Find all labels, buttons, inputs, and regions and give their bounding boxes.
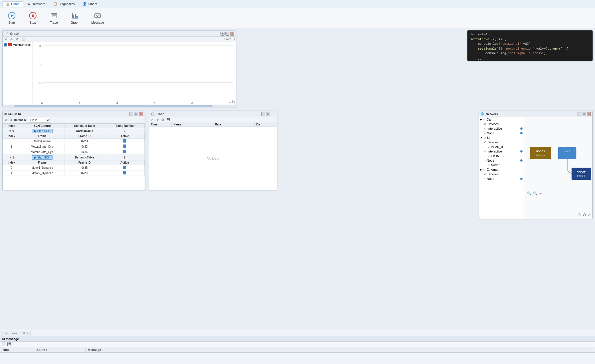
trace-toolbar: ▷ ⊙ ⊟ 💾: [149, 117, 277, 122]
trace-play-btn[interactable]: ▷: [150, 118, 154, 121]
expand-arrow-1[interactable]: ▼: [9, 156, 12, 159]
ia-refresh-btn[interactable]: ↺: [9, 118, 13, 122]
tester-detach-btn[interactable]: ⧉: [23, 332, 25, 335]
tree-can-devices[interactable]: ⊙ Devices: [483, 122, 524, 126]
toolbar: Start Stop Trace: [0, 8, 595, 28]
network-icon: 🌐: [481, 112, 484, 115]
tree-ethernet[interactable]: ▶ ⊙ Ethernet: [479, 167, 524, 172]
graph-minimize-btn[interactable]: ─: [220, 32, 224, 36]
tree-ethernet-node[interactable]: ○ Node: [483, 176, 524, 181]
sub-col-frameid-1: Frame ID: [64, 160, 105, 165]
checkbox-active[interactable]: [123, 139, 126, 143]
svg-rect-31: [530, 147, 551, 159]
trace-button[interactable]: Trace: [47, 11, 61, 25]
nav-tab-diagnostics[interactable]: 📋 Diagnostics: [50, 1, 78, 6]
tree-lin-peak0[interactable]: ⊙ PEAK_0: [486, 145, 524, 149]
ia-minimize-btn[interactable]: ─: [129, 112, 133, 116]
svg-text:8: 8: [191, 101, 193, 105]
tester-tab[interactable]: ⊙⊙ Tester... ⧉ ×: [1, 331, 31, 335]
ia-cross-btn[interactable]: ✕: [4, 118, 8, 122]
graph-settings-btn[interactable]: ⊙: [9, 37, 13, 41]
network-panel-controls: ─ □ ×: [577, 112, 591, 116]
msg-save-btn[interactable]: 💾: [7, 342, 11, 346]
zoom-out-btn[interactable]: ⊖: [583, 212, 586, 217]
can-interactive-label: Interactive: [487, 127, 502, 130]
diagram-zoom-controls: ⊕ ⊖ ⤢: [578, 212, 591, 217]
tree-lin-node[interactable]: ○ Node: [483, 158, 524, 163]
svg-rect-13: [95, 14, 100, 18]
trace-save-btn[interactable]: 💾: [166, 118, 171, 121]
svg-text:1: 1: [39, 81, 41, 84]
network-content: ▶ ⊙ Can ⊙ Devices ⊙ Interactive: [479, 117, 592, 219]
graph-button[interactable]: Graph: [68, 11, 82, 25]
graph-maximize-btn[interactable]: □: [225, 32, 229, 36]
graph-zoom-in-btn[interactable]: ↗: [4, 37, 8, 41]
tree-can[interactable]: ▶ ⊙ Can: [479, 117, 524, 122]
svg-text:NODE 1: NODE 1: [536, 150, 545, 153]
sub-col-frame-0: Frame: [20, 134, 64, 139]
lin-icon: ⊙: [484, 136, 486, 139]
graph-export-btn[interactable]: ⬜: [21, 37, 26, 41]
trace-label: Trace: [50, 21, 58, 24]
network-minimize-btn[interactable]: ─: [577, 112, 581, 116]
graph-close-btn[interactable]: ×: [230, 32, 234, 36]
network-maximize-btn[interactable]: □: [582, 112, 586, 116]
tree-can-interactive[interactable]: ⊙ Interactive: [483, 126, 524, 131]
ia-close-btn[interactable]: ×: [139, 112, 143, 116]
nav-tab-home[interactable]: 🏠 Home: [2, 1, 23, 7]
checkbox-active[interactable]: [123, 150, 126, 153]
ia-panel-title: IA-Lin IA: [8, 112, 127, 116]
tree-can-node[interactable]: ○ Node: [483, 131, 524, 135]
legend-label-motordirection: MotorDirection: [13, 43, 31, 46]
tree-lin[interactable]: ▼ ⊙ Lin: [479, 135, 524, 140]
trace-filter-btn[interactable]: ⊟: [161, 118, 165, 121]
fit-btn[interactable]: ⤢: [587, 212, 591, 217]
graph-reset-btn[interactable]: ↺: [15, 37, 19, 41]
message-header: ✉ Message: [0, 336, 595, 342]
lin-ia-label: Lin IA: [491, 154, 499, 158]
graph-scrollbar[interactable]: [3, 105, 236, 107]
ia-table-container[interactable]: Index SCH Control Schedule Table Frame N…: [3, 123, 145, 190]
can-interactive-dot: [520, 127, 523, 130]
legend-checkbox[interactable]: ✓: [4, 43, 7, 46]
tester-icon: ⊙⊙: [4, 332, 8, 335]
zoom-in-btn[interactable]: ⊕: [578, 212, 582, 217]
start-sch-btn-0[interactable]: ▶ Start SCH: [32, 129, 53, 133]
trace-minimize-btn[interactable]: ─: [261, 112, 265, 116]
tester-close-btn[interactable]: ×: [27, 332, 28, 335]
graph-icon: [71, 12, 79, 20]
message-section: ✉ Message 📄 💾 Time Source Message: [0, 336, 595, 353]
tree-ethernet-devices[interactable]: ⊙ Devices: [483, 172, 524, 176]
lin-devices-children: ⊙ PEAK_0: [486, 145, 524, 149]
tree-lin-ia[interactable]: ⊙ Lin IA: [486, 154, 524, 158]
trace-record-btn[interactable]: ⊙: [155, 118, 159, 121]
tree-lin-devices[interactable]: ⊙ Devices: [483, 140, 524, 145]
stop-button[interactable]: Stop: [26, 11, 40, 25]
table-row: ▼ 0 ▶ Start SCH NormalTable 3: [3, 128, 145, 134]
expand-arrow-0[interactable]: ▼: [9, 129, 12, 133]
nav-tab-others[interactable]: 👤 Others: [79, 1, 101, 6]
ia-maximize-btn[interactable]: □: [134, 112, 138, 116]
network-close-btn[interactable]: ×: [587, 112, 591, 116]
ethernet-node-dot: [520, 178, 523, 180]
svg-text:Lin 0: Lin 0: [564, 150, 570, 153]
checkbox-active[interactable]: [123, 171, 126, 174]
ia-database-select[interactable]: Lin In: [28, 118, 50, 123]
tree-lin-node1[interactable]: ⊙ Node 1: [486, 163, 524, 167]
start-sch-btn-1[interactable]: ▶ Start SCH: [32, 155, 53, 160]
can-node-label: Node: [487, 131, 494, 135]
trace-maximize-btn[interactable]: □: [266, 112, 270, 116]
message-button[interactable]: Message: [89, 11, 106, 25]
checkbox-active[interactable]: [123, 145, 126, 148]
graph-chart-icon: 📈: [4, 32, 8, 35]
trace-collapse-btn[interactable]: ⋮: [271, 112, 275, 116]
trace-col-name: Name: [172, 122, 213, 127]
checkbox-active[interactable]: [123, 166, 126, 169]
nav-tab-hardware[interactable]: ⚙ Hardware: [24, 1, 49, 6]
tree-lin-interactive[interactable]: ⊙ Interactive: [483, 149, 524, 154]
lin-node-children: ⊙ Node 1: [486, 163, 524, 167]
msg-clear-btn[interactable]: 📄: [2, 342, 6, 346]
can-arrow: ▶: [480, 118, 482, 121]
table-row: 1Motor1State_Cycl0x33: [3, 144, 145, 149]
start-button[interactable]: Start: [5, 11, 19, 25]
